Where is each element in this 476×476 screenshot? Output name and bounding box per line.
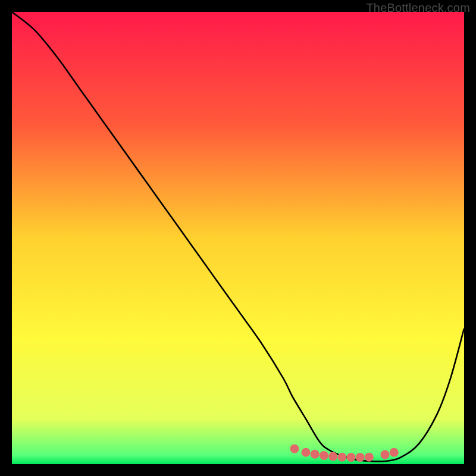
watermark-text: TheBottleneck.com	[366, 1, 470, 15]
highlight-dot	[290, 444, 299, 453]
highlight-dot	[328, 452, 337, 461]
highlight-dot	[381, 450, 390, 459]
chart-canvas	[12, 12, 464, 464]
highlight-dot	[302, 448, 311, 457]
highlight-dot	[337, 453, 346, 462]
chart-svg	[12, 12, 464, 464]
highlight-dot	[320, 451, 328, 460]
highlight-dot	[347, 453, 356, 462]
highlight-dot	[390, 448, 399, 457]
highlight-dot	[365, 453, 374, 462]
highlight-dot	[311, 450, 320, 459]
gradient-background	[12, 12, 464, 464]
highlight-dot	[356, 453, 365, 462]
